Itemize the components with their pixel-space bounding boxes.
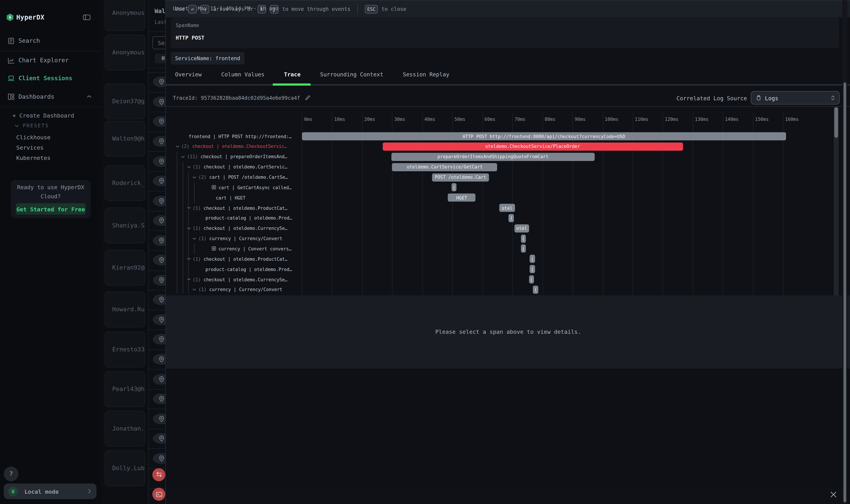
session-error-event-terminal-icon[interactable] [152,488,165,501]
session-list-item[interactable]: Jonathan.B [105,411,145,447]
session-event-pin[interactable] [153,294,165,305]
span-bar[interactable]: ( [530,255,535,263]
service-name-chip[interactable]: ServiceName: frontend [171,52,245,64]
sidebar-item-dashboards[interactable]: Dashboards [0,88,101,105]
span-tree-row[interactable]: (1)checkout | oteldemo.CurrencySe… [166,274,302,285]
session-event-pin[interactable] [153,374,165,384]
session-event-pin[interactable] [153,196,165,206]
session-event-pin[interactable] [153,136,165,147]
sidebar-collapse-icon[interactable] [83,15,91,20]
sidebar-item-search[interactable]: Search [0,33,101,49]
session-event-pin[interactable] [153,275,165,286]
span-tree-row[interactable]: (1)checkout | oteldemo.CurrencySe… [166,223,302,234]
session-event-pin[interactable] [153,96,165,107]
session-list-item[interactable]: Dolly.Lubo [105,450,145,486]
span-bar[interactable]: otel [500,204,515,212]
session-event-pin[interactable] [153,176,165,186]
modal-scrollbar-thumb[interactable] [843,82,846,502]
span-bar[interactable]: ( [529,275,534,284]
span-tree-row[interactable]: (11)checkout | prepareOrderItemsAnd… [166,152,302,162]
sidebar-item-client-sessions[interactable]: Client Sessions [0,70,101,86]
span-bar[interactable]: oteldemo.CheckoutService/PlaceOrder [382,143,683,151]
span-bar[interactable]: otel [514,224,529,232]
tab-column-values[interactable]: Column Values [221,72,265,83]
create-dashboard-button[interactable]: + Create Dashboard [12,112,74,119]
span-bar[interactable]: ( [521,234,526,242]
tree-chevron-down-icon[interactable] [187,206,191,209]
session-list-item[interactable]: Deion37@gm [105,84,145,119]
tree-chevron-down-icon[interactable] [192,176,196,179]
span-bar[interactable]: ( [530,265,535,273]
tab-surrounding-context[interactable]: Surrounding Context [320,72,383,83]
tree-chevron-down-icon[interactable] [192,288,196,291]
session-list-item[interactable]: Ernesto33@ [105,332,145,367]
session-list-item[interactable]: Walton9@ho [105,121,145,157]
tree-chevron-down-icon[interactable] [192,237,196,240]
span-bar[interactable]: HGET [448,194,475,202]
tree-chevron-down-icon[interactable] [187,227,191,230]
local-mode-button[interactable]: U Local mode [4,483,97,499]
help-button[interactable]: ? [4,467,18,481]
session-list-item[interactable]: Roderick_S [105,165,145,201]
session-event-pin[interactable] [153,156,165,166]
session-event-pin[interactable] [153,255,165,266]
tree-chevron-down-icon[interactable] [176,145,179,148]
span-bar[interactable]: oteldemo.CartService/GetCart [392,163,497,171]
span-tree-row[interactable]: (2)cart | POST /oteldemo.CartSe… [166,172,302,182]
session-filter-button[interactable]: H [155,54,165,64]
span-tree-row[interactable]: (1)checkout | oteldemo.ProductCat… [166,254,302,264]
presets-toggle[interactable]: PRESETS [15,123,49,128]
session-list-item[interactable]: Shaniya.Sc [105,208,145,243]
session-event-pin[interactable] [153,453,165,464]
span-bar[interactable]: ( [533,286,538,294]
tree-chevron-down-icon[interactable] [187,257,191,260]
span-tree-row[interactable]: cart | HGET [166,193,302,203]
edit-icon[interactable] [304,95,310,101]
session-event-pin[interactable] [153,354,165,365]
span-tree-row[interactable]: (1)currency | Currency/Convert [166,233,302,244]
session-list-item[interactable]: Anonymous [105,35,145,70]
span-tree-row[interactable]: product-catalog | oteldemo.Prod… [166,213,302,223]
tree-chevron-down-icon[interactable] [187,166,191,168]
sidebar-item-chart-explorer[interactable]: Chart Explorer [0,52,101,68]
session-event-pin[interactable] [153,235,165,246]
log-source-select[interactable]: Logs [751,91,840,105]
span-bar[interactable]: HTTP POST http://frontend:8080/api/check… [302,132,786,141]
span-tree-row[interactable]: currency | Convert convers… [166,244,302,254]
session-error-event-swap-arrows-icon[interactable] [152,468,165,481]
session-list-item[interactable]: Howard.Run [105,292,145,327]
span-bar[interactable]: ( [521,245,526,253]
session-event-pin[interactable] [153,393,165,404]
session-event-pin[interactable] [153,76,165,87]
tab-session-replay[interactable]: Session Replay [403,72,449,83]
session-event-pin[interactable] [153,215,165,226]
span-tree-row[interactable]: (1)currency | Currency/Convert [166,285,302,295]
session-search-input[interactable] [152,36,165,49]
span-tree-row[interactable]: frontend | HTTP POST http://frontend:… [166,131,302,142]
session-list-item[interactable]: Kieran92@h [105,250,145,286]
close-icon[interactable] [830,491,837,498]
session-event-pin[interactable] [153,413,165,424]
span-bar[interactable]: ( [452,183,456,192]
preset-item-kubernetes[interactable]: Kubernetes [16,155,51,161]
waterfall-scrollbar-thumb[interactable] [834,107,838,138]
tree-chevron-down-icon[interactable] [187,278,191,281]
span-tree-row[interactable]: product-catalog | oteldemo.Prod… [166,264,302,274]
tab-trace[interactable]: Trace [284,72,301,83]
span-bar[interactable]: prepareOrderItemsAndShippingQuoteFromCar… [391,153,595,161]
span-tree-row[interactable]: (2)checkout | oteldemo.CheckoutServic… [166,141,302,152]
span-bar[interactable]: POST /oteldemo.Cart [432,173,489,181]
preset-item-services[interactable]: Services [16,144,43,151]
session-event-pin[interactable] [153,116,165,127]
session-list-item[interactable]: Pearl43@ho [105,371,145,407]
tab-overview[interactable]: Overview [175,72,202,83]
span-tree-row[interactable]: (1)checkout | oteldemo.CartServic… [166,162,302,172]
tree-chevron-down-icon[interactable] [181,156,185,158]
span-tree-row[interactable]: cart | GetCartAsync called… [166,182,302,193]
span-tree-row[interactable]: (1)checkout | oteldemo.ProductCat… [166,203,302,213]
get-started-button[interactable]: Get Started for Free [16,203,86,215]
session-list-item[interactable]: Anonymous [105,0,145,31]
session-event-pin[interactable] [153,433,165,444]
session-event-pin[interactable] [153,334,165,345]
span-bar[interactable]: ( [509,214,514,222]
